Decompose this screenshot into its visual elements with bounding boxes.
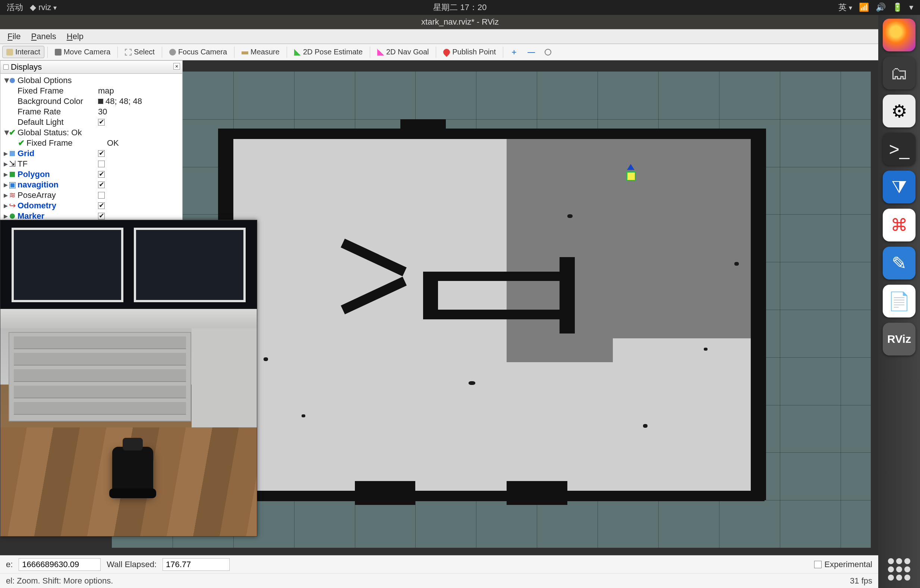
marker-icon [10, 213, 15, 219]
tool-select[interactable]: Select [121, 46, 159, 58]
displays-panel[interactable]: Displays × ▼ Global Options Fixed Frame … [0, 60, 183, 235]
experimental-label: Experimental [824, 560, 872, 569]
checkbox[interactable] [98, 161, 105, 167]
polygon-icon [10, 172, 15, 177]
clock[interactable]: 星期二 17：20 [433, 2, 486, 13]
gear-icon: ⚙ [891, 100, 907, 121]
hint-text: el: Zoom. Shift: More options. [6, 576, 113, 586]
hand-icon [6, 49, 13, 55]
color-swatch-icon [98, 99, 103, 104]
checkbox[interactable] [98, 202, 105, 209]
vscode-icon: ⧩ [892, 177, 907, 198]
cloud-icon: ⌘ [891, 215, 908, 235]
tool-remove[interactable]: — [523, 46, 539, 58]
checkbox[interactable] [98, 213, 105, 220]
tree-frame-rate[interactable]: Frame Rate 30 [3, 107, 180, 117]
status-bar: e: Wall Elapsed: Experimental [0, 555, 878, 573]
tool-measure[interactable]: Measure [238, 46, 283, 58]
tool-add[interactable]: ＋ [506, 45, 522, 59]
tree-global-options[interactable]: ▼ Global Options [3, 75, 180, 86]
dock-baidu[interactable]: ⌘ [883, 209, 915, 241]
volume-icon[interactable]: 🔊 [876, 3, 886, 12]
dock-rviz[interactable]: RViz [883, 323, 915, 355]
wall-elapsed-label: Wall Elapsed: [107, 560, 157, 569]
folder-icon: 🗂 [890, 63, 908, 84]
checkbox[interactable] [98, 192, 105, 199]
odometry-icon: ↪ [8, 201, 16, 210]
tree-default-light[interactable]: Default Light [3, 117, 180, 128]
ros-time-field[interactable] [19, 558, 100, 571]
main-area: Displays × ▼ Global Options Fixed Frame … [0, 60, 878, 588]
collapse-icon[interactable]: ▼ [3, 76, 8, 85]
checkbox[interactable] [98, 181, 105, 188]
radiator [8, 332, 191, 422]
dock-terminal[interactable]: >_ [883, 132, 915, 165]
dock-gedit[interactable]: ✎ [883, 247, 915, 279]
minus-icon: — [528, 48, 535, 56]
dock-libreoffice[interactable]: 📄 [883, 285, 915, 317]
system-menu-icon[interactable]: ▾ [909, 3, 913, 12]
costmap-region [507, 129, 765, 338]
goal-arrow-icon [627, 164, 635, 170]
tf-icon: ⇲ [8, 159, 16, 169]
fps-label: 31 fps [850, 576, 872, 586]
tool-focus-camera[interactable]: Focus Camera [165, 46, 231, 58]
battery-icon[interactable]: 🔋 [892, 3, 902, 12]
tool-options[interactable] [541, 47, 556, 57]
move-icon [55, 49, 62, 55]
menu-bar: File Panels Help [0, 29, 920, 44]
window-title: xtark_nav.rviz* - RViz [421, 17, 499, 27]
nav-goal-marker [624, 169, 638, 183]
tree-fixed-frame[interactable]: Fixed Frame map [3, 86, 180, 96]
tool-2d-nav-goal[interactable]: 2D Nav Goal [373, 46, 433, 58]
tree-item-posearray[interactable]: ▸≋ PoseArray [3, 190, 180, 200]
tree-global-status[interactable]: ▼ ✔ Global Status: Ok [3, 128, 180, 138]
tree-item-navagition[interactable]: ▸▣ navagition [3, 179, 180, 190]
dock-firefox[interactable] [883, 19, 915, 52]
checkbox[interactable] [98, 150, 105, 157]
arrow-pink-icon [377, 49, 384, 55]
menu-help[interactable]: Help [67, 32, 84, 41]
panel-close-button[interactable]: × [173, 63, 180, 69]
ubuntu-dock: 🗂 ⚙ >_ ⧩ ⌘ ✎ 📄 RViz [878, 15, 920, 588]
chevron-down-icon: ▾ [53, 4, 57, 11]
rviz-label: RViz [887, 333, 911, 346]
posearray-icon: ≋ [8, 191, 16, 200]
tool-interact[interactable]: Interact [2, 46, 44, 58]
tree-item-grid[interactable]: ▸ Grid [3, 148, 180, 159]
check-icon: ✔ [18, 138, 25, 148]
folder-icon: ▣ [8, 180, 16, 190]
ruler-icon [241, 52, 248, 54]
input-language[interactable]: 英 ▾ [838, 2, 852, 13]
hint-bar: el: Zoom. Shift: More options. 31 fps [0, 573, 878, 588]
arrow-green-icon [294, 49, 301, 55]
tree-background-color[interactable]: Background Color 48; 48; 48 [3, 96, 180, 107]
checkbox[interactable] [98, 119, 105, 126]
circle-icon [544, 49, 551, 55]
network-icon[interactable]: 📶 [859, 3, 869, 12]
tree-item-polygon[interactable]: ▸ Polygon [3, 169, 180, 179]
tool-publish-point[interactable]: Publish Point [439, 46, 500, 58]
window-title-bar[interactable]: xtark_nav.rviz* - RViz [0, 15, 920, 29]
wall-elapsed-field[interactable] [162, 558, 230, 571]
checkbox[interactable] [98, 171, 105, 178]
tree-item-odometry[interactable]: ▸↪ Odometry [3, 200, 180, 211]
gnome-top-bar: 活动 ◆ rviz ▾ 星期二 17：20 英 ▾ 📶 🔊 🔋 ▾ [0, 0, 920, 15]
menu-file[interactable]: File [8, 32, 21, 41]
tool-2d-pose-estimate[interactable]: 2D Pose Estimate [290, 46, 367, 58]
displays-tree[interactable]: ▼ Global Options Fixed Frame map Backgro… [0, 74, 182, 235]
experimental-checkbox[interactable] [814, 561, 821, 568]
activities-label[interactable]: 活动 [7, 2, 23, 13]
dock-show-applications[interactable] [888, 558, 910, 580]
dock-settings[interactable]: ⚙ [883, 95, 915, 128]
dock-vscode[interactable]: ⧩ [883, 171, 915, 204]
menu-panels[interactable]: Panels [31, 32, 56, 41]
dock-files[interactable]: 🗂 [883, 57, 915, 89]
robot [112, 447, 153, 495]
tree-status-fixed-frame[interactable]: ✔ Fixed Frame OK [3, 138, 180, 148]
focus-icon [169, 49, 176, 55]
app-indicator[interactable]: ◆ rviz ▾ [30, 3, 57, 12]
panel-title-bar[interactable]: Displays × [0, 61, 182, 74]
tree-item-tf[interactable]: ▸⇲ TF [3, 159, 180, 169]
tool-move-camera[interactable]: Move Camera [51, 46, 115, 58]
